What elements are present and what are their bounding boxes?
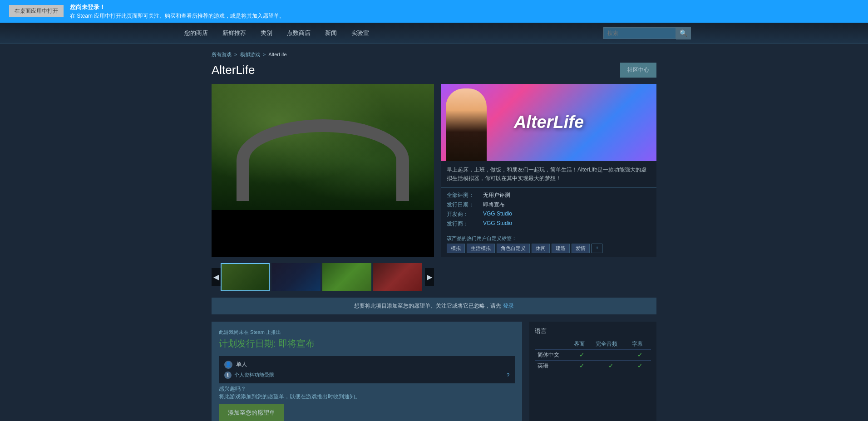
game-description: 早上起床，上班，做饭，和朋友们一起玩，简单生活！AlterLife是一款功能强大… <box>441 161 656 188</box>
language-title: 语言 <box>535 327 651 335</box>
banner-title: 您尚未登录！ <box>70 3 285 12</box>
wishlist-notice-text: 想要将此项目添加至您的愿望单、关注它或将它已忽略，请先 <box>354 303 501 309</box>
release-label: 发行日期： <box>447 201 478 209</box>
col-interface: 界面 <box>571 339 593 350</box>
game-meta: 全部评测： 无用户评测 发行日期： 即将宣布 开发商： VGG Studio 发… <box>441 188 656 233</box>
info-panel: AlterLife 早上起床，上班，做饭，和朋友们一起玩，简单生活！AlterL… <box>441 84 656 257</box>
release-card: 此游戏尚未在 Steam 上推出 计划发行日期: 即将宣布 👤 单人 ℹ 个人资… <box>212 322 522 421</box>
pub-label: 发行商： <box>447 220 478 228</box>
dev-link[interactable]: VGG Studio <box>483 210 512 218</box>
thumbnail-strip: ◀ ▶ <box>212 263 434 291</box>
release-title: 计划发行日期: 即将宣布 <box>219 338 515 350</box>
tag-life-sim[interactable]: 生活模拟 <box>467 244 495 253</box>
tags-label: 该产品的热门用户自定义标签： <box>441 233 656 244</box>
release-title-highlight: 即将宣布 <box>278 338 315 348</box>
wishlist-notice: 想要将此项目添加至您的愿望单、关注它或将它已忽略，请先 登录 <box>212 298 656 314</box>
nav-item-new[interactable]: 新鲜推荐 <box>215 23 253 44</box>
col-lang <box>535 339 571 350</box>
search-button[interactable]: 🔍 <box>676 27 691 39</box>
game-banner: AlterLife <box>441 84 656 161</box>
meta-row-pub: 发行商： VGG Studio <box>447 220 651 228</box>
banner-text: 您尚未登录！ 在 Steam 应用中打开此页面即可关注、购买和查看所推荐的游戏，… <box>70 3 285 20</box>
logo-life: Life <box>553 113 584 132</box>
privacy-label: 个人资料功能受限 <box>234 372 274 378</box>
privacy-help-link[interactable]: ? <box>507 372 509 378</box>
tags-row: 模拟 生活模拟 角色自定义 休闲 建造 爱情 + <box>441 244 656 257</box>
thumbnail-3[interactable] <box>322 263 371 291</box>
top-banner: 在桌面应用中打开 您尚未登录！ 在 Steam 应用中打开此页面即可关注、购买和… <box>0 0 868 23</box>
release-section: 此游戏尚未在 Steam 上推出 计划发行日期: 即将宣布 👤 单人 ℹ 个人资… <box>212 322 656 421</box>
breadcrumb-simulation[interactable]: 模拟游戏 <box>240 52 260 57</box>
breadcrumb-current: AlterLife <box>268 52 286 57</box>
player-icon: 👤 <box>224 361 232 369</box>
col-full-audio: 完全音频 <box>593 339 629 350</box>
lang-row-0: 简体中文 ✓ ✓ <box>535 349 651 360</box>
breadcrumb-all-games[interactable]: 所有游戏 <box>212 52 232 57</box>
community-button[interactable]: 社区中心 <box>620 63 656 78</box>
tag-casual[interactable]: 休闲 <box>532 244 550 253</box>
language-section: 语言 界面 完全音频 字幕 简体中文 ✓ ✓ 英语 ✓ ✓ ✓ <box>529 322 656 421</box>
info-icon: ℹ <box>224 372 232 379</box>
lang-row-1: 英语 ✓ ✓ ✓ <box>535 360 651 371</box>
wishlist-info: 感兴趣吗？将此游戏添加到您的愿望单，以便在游戏推出时收到通知。 <box>219 385 515 401</box>
character-silhouette <box>446 88 487 161</box>
tag-simulation[interactable]: 模拟 <box>447 244 465 253</box>
nav-search: 🔍 <box>603 27 691 39</box>
lang-table-body: 简体中文 ✓ ✓ 英语 ✓ ✓ ✓ <box>535 349 651 371</box>
release-value: 即将宣布 <box>483 201 505 209</box>
lang-table-header: 界面 完全音频 字幕 <box>535 339 651 350</box>
open-desktop-button[interactable]: 在桌面应用中打开 <box>9 5 64 17</box>
breadcrumb: 所有游戏 > 模拟游戏 > AlterLife <box>212 51 656 58</box>
lang-interface-1: ✓ <box>571 360 593 371</box>
tag-building[interactable]: 建造 <box>552 244 570 253</box>
tag-more[interactable]: + <box>592 244 602 253</box>
nav-item-lab[interactable]: 实验室 <box>344 23 376 44</box>
player-label: 单人 <box>236 361 247 368</box>
meta-row-release: 发行日期： 即将宣布 <box>447 201 651 209</box>
thumbnail-4[interactable] <box>373 263 422 291</box>
lang-interface-0: ✓ <box>571 349 593 360</box>
thumbnails <box>221 263 425 291</box>
language-table: 界面 完全音频 字幕 简体中文 ✓ ✓ 英语 ✓ ✓ ✓ <box>535 339 651 371</box>
lang-subtitles-0: ✓ <box>629 349 651 360</box>
logo-alter: Alter <box>514 113 553 132</box>
release-title-prefix: 计划发行日期: <box>219 338 278 348</box>
road-arc <box>237 119 409 201</box>
nav-bar: 您的商店 新鲜推荐 类别 点数商店 新闻 实验室 🔍 <box>0 23 868 44</box>
meta-row-dev: 开发商： VGG Studio <box>447 210 651 218</box>
page-title: AlterLife <box>212 63 255 77</box>
review-label: 全部评测： <box>447 191 478 199</box>
banner-desc: 在 Steam 应用中打开此页面即可关注、购买和查看所推荐的游戏，或是将其加入愿… <box>70 12 285 20</box>
meta-row-review: 全部评测： 无用户评测 <box>447 191 651 199</box>
nav-item-points[interactable]: 点数商店 <box>280 23 318 44</box>
nav-item-store[interactable]: 您的商店 <box>177 23 215 44</box>
player-section: 👤 单人 ℹ 个人资料功能受限 ? <box>219 356 515 383</box>
lang-name-1: 英语 <box>535 360 571 371</box>
prev-thumb-button[interactable]: ◀ <box>212 268 221 286</box>
lang-name-0: 简体中文 <box>535 349 571 360</box>
screenshot-image <box>212 84 434 210</box>
login-link[interactable]: 登录 <box>503 303 514 309</box>
privacy-row: ℹ 个人资料功能受限 ? <box>224 372 509 379</box>
add-wishlist-button[interactable]: 添加至您的愿望单 <box>219 404 284 421</box>
tag-romance[interactable]: 爱情 <box>572 244 590 253</box>
tag-character[interactable]: 角色自定义 <box>497 244 530 253</box>
review-value: 无用户评测 <box>483 191 510 199</box>
next-thumb-button[interactable]: ▶ <box>425 268 434 286</box>
game-section: AlterLife 早上起床，上班，做饭，和朋友们一起玩，简单生活！AlterL… <box>212 84 656 257</box>
game-logo: AlterLife <box>514 113 584 132</box>
main-content: 所有游戏 > 模拟游戏 > AlterLife AlterLife 社区中心 A… <box>207 44 661 421</box>
thumbnail-1[interactable] <box>221 263 270 291</box>
nav-item-news[interactable]: 新闻 <box>318 23 344 44</box>
thumbnail-2[interactable] <box>271 263 321 291</box>
lang-fullaudio-0 <box>593 349 629 360</box>
lang-subtitles-1: ✓ <box>629 360 651 371</box>
lang-fullaudio-1: ✓ <box>593 360 629 371</box>
col-subtitles: 字幕 <box>629 339 651 350</box>
dev-label: 开发商： <box>447 210 478 218</box>
release-subtitle: 此游戏尚未在 Steam 上推出 <box>219 329 515 336</box>
pub-link[interactable]: VGG Studio <box>483 220 512 228</box>
search-input[interactable] <box>603 27 676 39</box>
player-row: 👤 单人 <box>224 361 509 369</box>
nav-item-categories[interactable]: 类别 <box>253 23 280 44</box>
